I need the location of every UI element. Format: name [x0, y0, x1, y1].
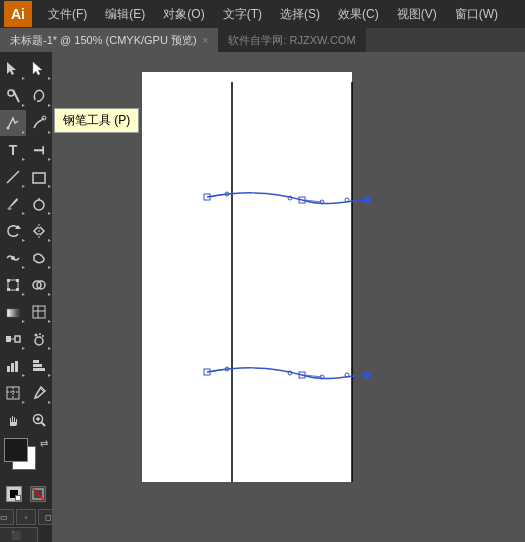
slice-btn[interactable]: ▸ — [0, 380, 26, 406]
svg-point-8 — [8, 207, 12, 210]
paintbrush-btn[interactable]: ▸ — [0, 191, 26, 217]
svg-rect-52 — [364, 197, 370, 203]
fill-swatch[interactable] — [4, 438, 28, 462]
tab-document-label: 未标题-1* @ 150% (CMYK/GPU 预览) — [10, 33, 197, 48]
svg-point-28 — [35, 337, 43, 345]
menu-bar: Ai 文件(F) 编辑(E) 对象(O) 文字(T) 选择(S) 效果(C) 视… — [0, 0, 525, 28]
menu-type[interactable]: 文字(T) — [215, 4, 270, 25]
magic-wand-btn[interactable]: ▸ — [0, 83, 26, 109]
svg-rect-35 — [33, 360, 39, 363]
svg-marker-1 — [33, 62, 42, 75]
rect-btn[interactable]: ▸ — [26, 164, 52, 190]
draw-mode-normal[interactable]: ▭ — [0, 509, 14, 525]
warp-btn[interactable]: ▸ — [26, 245, 52, 271]
draw-mode-behind[interactable]: ▫ — [16, 509, 36, 525]
svg-rect-18 — [16, 288, 19, 291]
tool-row-chart: ▸ ▸ — [0, 353, 52, 379]
tool-row-wand: ▸ ▸ — [0, 83, 52, 109]
ai-logo: Ai — [4, 1, 32, 27]
tool-row-slice: ▸ ▸ — [0, 380, 52, 406]
pen-tool-tooltip: 钢笔工具 (P) — [54, 108, 139, 133]
menu-view[interactable]: 视图(V) — [389, 4, 445, 25]
tab-bar: 未标题-1* @ 150% (CMYK/GPU 预览) × 软件自学网: RJZ… — [0, 28, 525, 52]
swatch-tiny-row — [4, 486, 48, 502]
tool-row-hand — [0, 407, 52, 433]
svg-marker-0 — [7, 62, 16, 75]
svg-point-4 — [7, 127, 10, 130]
svg-rect-21 — [7, 309, 19, 317]
direct-selection-tool-btn[interactable]: ▸ — [26, 56, 52, 82]
tool-row-pen: ▸ ▸ — [0, 110, 52, 136]
tool-row-warp: ▸ ▸ — [0, 245, 52, 271]
svg-point-31 — [42, 335, 44, 337]
tool-row-selection: ▸ ▸ — [0, 56, 52, 82]
svg-rect-17 — [7, 288, 10, 291]
type-btn[interactable]: T ▸ — [0, 137, 26, 163]
svg-line-47 — [33, 489, 43, 499]
draw-mode-inside[interactable]: ◻ — [38, 509, 52, 525]
vertical-type-btn[interactable]: T ▸ — [26, 137, 52, 163]
tool-row-type: T ▸ T ▸ — [0, 137, 52, 163]
rotate-btn[interactable]: ▸ — [0, 218, 26, 244]
tool-row-brush: ▸ ▸ — [0, 191, 52, 217]
tool-row-shape: ▸ ▸ — [0, 164, 52, 190]
svg-point-13 — [11, 256, 15, 260]
tool-row-gradient: ▸ ▸ — [0, 299, 52, 325]
menu-select[interactable]: 选择(S) — [272, 4, 328, 25]
column-graph-btn[interactable]: ▸ — [0, 353, 26, 379]
tab-close-button[interactable]: × — [203, 35, 209, 46]
svg-point-30 — [39, 333, 41, 335]
menu-effect[interactable]: 效果(C) — [330, 4, 387, 25]
default-colors-btn[interactable] — [6, 486, 22, 502]
gradient-btn[interactable]: ▸ — [0, 299, 26, 325]
menu-edit[interactable]: 编辑(E) — [97, 4, 153, 25]
none-color-btn[interactable] — [30, 486, 46, 502]
symbol-sprayer-btn[interactable]: ▸ — [26, 326, 52, 352]
svg-point-3 — [8, 90, 14, 96]
reflect-btn[interactable]: ▸ — [26, 218, 52, 244]
menu-object[interactable]: 对象(O) — [155, 4, 212, 25]
menu-file[interactable]: 文件(F) — [40, 4, 95, 25]
pen-tool-btn[interactable]: ▸ — [0, 110, 26, 136]
svg-rect-26 — [15, 336, 20, 342]
eyedropper-btn[interactable]: ▸ — [26, 380, 52, 406]
blend-btn[interactable]: ▸ — [0, 326, 26, 352]
color-swatch-area: ⇄ — [4, 438, 48, 482]
change-screen-mode[interactable]: ⬛ — [0, 527, 38, 542]
svg-rect-36 — [33, 364, 42, 367]
pencil-btn[interactable]: ▸ — [26, 110, 52, 136]
tool-row-blend: ▸ ▸ — [0, 326, 52, 352]
blob-brush-btn[interactable]: ▸ — [26, 191, 52, 217]
width-btn[interactable]: ▸ — [0, 245, 26, 271]
svg-rect-22 — [33, 306, 45, 318]
menu-window[interactable]: 窗口(W) — [447, 4, 506, 25]
svg-rect-16 — [16, 279, 19, 282]
tab-website[interactable]: 软件自学网: RJZXW.COM — [218, 28, 365, 52]
free-transform-btn[interactable]: ▸ — [0, 272, 26, 298]
bar-graph-btn[interactable]: ▸ — [26, 353, 52, 379]
main-area: ▸ ▸ ▸ ▸ — [0, 52, 525, 542]
hand-btn[interactable] — [0, 407, 26, 433]
svg-point-9 — [34, 200, 44, 210]
svg-rect-37 — [33, 368, 45, 371]
svg-rect-61 — [364, 372, 370, 378]
svg-rect-33 — [11, 363, 14, 372]
svg-point-29 — [35, 334, 38, 337]
line-segment-btn[interactable]: ▸ — [0, 164, 26, 190]
svg-rect-7 — [33, 173, 45, 183]
svg-rect-34 — [15, 361, 18, 372]
selection-tool-btn[interactable]: ▸ — [0, 56, 26, 82]
toolbar-bottom: ▭ ▫ ◻ ⬛ ⧉ ⬜ — [0, 507, 52, 542]
svg-line-43 — [41, 422, 45, 426]
tab-document[interactable]: 未标题-1* @ 150% (CMYK/GPU 预览) × — [0, 28, 218, 52]
swap-colors-btn[interactable]: ⇄ — [40, 438, 48, 449]
svg-line-6 — [7, 171, 19, 183]
left-toolbar: ▸ ▸ ▸ ▸ — [0, 52, 52, 542]
zoom-btn[interactable] — [26, 407, 52, 433]
lasso-btn[interactable]: ▸ — [26, 83, 52, 109]
tab-website-label: 软件自学网: RJZXW.COM — [228, 33, 355, 48]
shape-builder-btn[interactable]: ▸ — [26, 272, 52, 298]
svg-rect-25 — [6, 336, 11, 342]
svg-rect-32 — [7, 366, 10, 372]
mesh-btn[interactable]: ▸ — [26, 299, 52, 325]
